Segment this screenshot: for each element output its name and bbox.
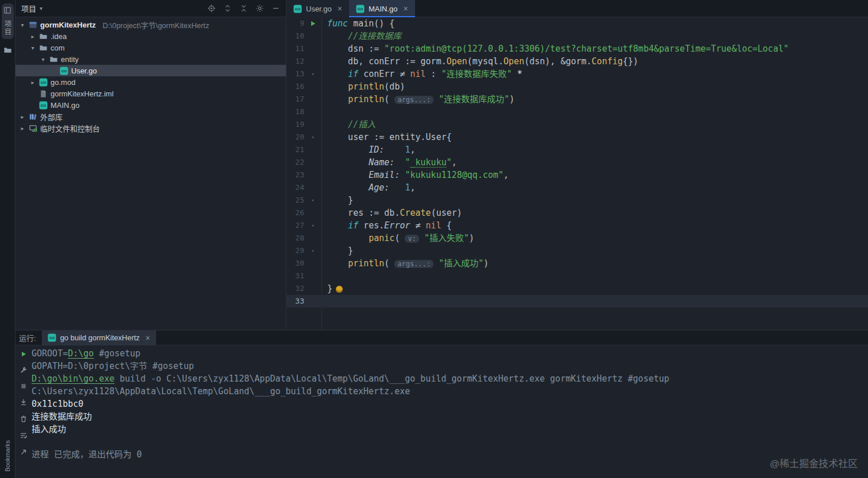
- tree-item-label: .idea: [51, 32, 67, 41]
- code-segment: Open: [503, 56, 524, 67]
- editor-tab[interactable]: GOMAIN.go×: [349, 0, 415, 17]
- code-segment: res := db.: [327, 208, 400, 218]
- code-line: 22 Name: "_kukuku",: [286, 156, 868, 169]
- locate-icon[interactable]: [207, 4, 216, 13]
- code-segment: println: [348, 258, 384, 269]
- chevron-down-icon[interactable]: ▾: [29, 45, 36, 51]
- project-panel-title[interactable]: 项目 ▾: [21, 3, 42, 14]
- code-line: 18: [286, 106, 868, 118]
- svg-text:GO: GO: [41, 103, 46, 107]
- code-segment: [327, 233, 369, 243]
- folder-icon: [39, 32, 48, 41]
- console-line: C:\Users\zyx1128\AppData\Local\Temp\GoLa…: [32, 385, 868, 398]
- fold-chevron-icon[interactable]: ▾: [304, 194, 321, 207]
- gutter-spacer: [304, 232, 321, 244]
- close-icon[interactable]: ×: [145, 334, 150, 342]
- code-segment: [433, 94, 439, 104]
- code-segment: ": [447, 157, 452, 168]
- project-tree-panel: ▾gormKitexHertzD:\0project\字节\gormKitexH…: [16, 17, 286, 330]
- svg-text:GO: GO: [49, 336, 55, 340]
- pin-tab-button[interactable]: [20, 448, 28, 456]
- fold-chevron-icon[interactable]: ▾: [304, 68, 321, 80]
- code-segment: }: [327, 246, 353, 256]
- intention-bulb-icon[interactable]: [336, 286, 343, 293]
- fold-chevron-icon[interactable]: ▾: [304, 244, 321, 257]
- code-text: dsn := "root:admin@tcp(127.0.0.1:3306)/t…: [321, 42, 789, 55]
- run-line-button[interactable]: [304, 17, 321, 30]
- code-segment: Email:: [369, 170, 400, 180]
- toolwindow-tab-project-label: 项目: [3, 20, 13, 36]
- chevron-right-icon[interactable]: ▸: [29, 79, 36, 86]
- code-segment: user := entity.User{: [327, 132, 452, 142]
- code-segment: panic: [369, 233, 394, 243]
- tree-item[interactable]: ▾gormKitexHertzD:\0project\字节\gormKitexH…: [16, 19, 286, 30]
- code-line: 30 println( args...: "插入成功"): [286, 257, 868, 270]
- tree-item[interactable]: GOUser.go: [16, 65, 286, 76]
- chevron-down-icon[interactable]: ▾: [19, 22, 26, 28]
- code-line: 33: [286, 295, 868, 308]
- close-icon[interactable]: ×: [338, 5, 342, 13]
- gutter-spacer: [304, 257, 321, 270]
- chevron-right-icon[interactable]: ▸: [19, 125, 26, 131]
- gutter-spacer: [304, 80, 321, 93]
- svg-text:GO: GO: [61, 69, 67, 73]
- code-segment: "插入成功": [439, 258, 483, 269]
- fold-chevron-icon[interactable]: ▾: [304, 131, 321, 143]
- code-segment: func: [327, 18, 348, 29]
- run-tab-label: go build gormKitexHertz: [60, 333, 140, 342]
- toolwindow-tab-bookmarks[interactable]: Bookmarks: [3, 437, 12, 475]
- code-segment: Name:: [369, 157, 394, 168]
- scroll-to-end-button[interactable]: [20, 398, 28, 406]
- console-link[interactable]: D:\go\bin\go.exe: [32, 374, 115, 384]
- tree-item-label: 临时文件和控制台: [40, 123, 100, 134]
- line-number: 30: [286, 257, 304, 270]
- collapse-all-icon[interactable]: [239, 4, 248, 13]
- strip-top-group: 项目: [2, 3, 14, 57]
- expand-all-icon[interactable]: [223, 4, 232, 13]
- gutter-spacer: [304, 106, 321, 118]
- code-segment: ): [469, 233, 474, 243]
- toolwindow-tab-project[interactable]: 项目: [2, 3, 14, 39]
- chevron-right-icon[interactable]: ▸: [19, 114, 26, 120]
- clear-output-button[interactable]: [20, 415, 28, 423]
- tree-item[interactable]: ▸临时文件和控制台: [16, 122, 286, 134]
- stop-button[interactable]: [20, 383, 27, 390]
- code-segment: conErr ≠: [358, 69, 410, 79]
- tree-item[interactable]: GOMAIN.go: [16, 99, 286, 111]
- console-text: C:\Users\zyx1128\AppData\Local\Temp\GoLa…: [32, 386, 410, 397]
- folder-icon[interactable]: [3, 46, 12, 57]
- code-line: 12 db, conErr := gorm.Open(mysql.Open(ds…: [286, 55, 868, 68]
- tree-item[interactable]: ▸GOgo.mod: [16, 76, 286, 88]
- code-editor[interactable]: 9func main() {10 //连接数据库11 dsn := "root:…: [286, 17, 868, 330]
- editor-tab[interactable]: GOUser.go×: [286, 0, 349, 17]
- tree-item[interactable]: gormKitexHertz.iml: [16, 88, 286, 99]
- soft-wrap-button[interactable]: [20, 432, 28, 440]
- fold-chevron-icon[interactable]: ▾: [304, 219, 321, 232]
- chevron-right-icon[interactable]: ▸: [29, 33, 36, 40]
- console-line: 连接数据库成功: [32, 410, 868, 423]
- run-tab[interactable]: GO go build gormKitexHertz ×: [42, 331, 156, 345]
- settings-icon[interactable]: [255, 4, 264, 13]
- gutter-spacer: [304, 282, 321, 295]
- svg-text:GO: GO: [295, 7, 301, 11]
- code-segment: ): [483, 258, 489, 269]
- console-line: GOPATH=D:\0project\字节 #gosetup: [32, 360, 868, 372]
- tree-item[interactable]: ▸外部库: [16, 111, 286, 122]
- code-text: Name: "_kukuku",: [321, 156, 457, 169]
- line-number: 20: [286, 131, 304, 143]
- edit-configuration-button[interactable]: [20, 366, 28, 374]
- rerun-button[interactable]: [20, 351, 27, 357]
- code-text: Email: "kukuku1128@qq.com",: [321, 169, 509, 181]
- chevron-down-icon[interactable]: ▾: [40, 56, 46, 63]
- hide-panel-icon[interactable]: [272, 4, 280, 13]
- tree-item[interactable]: ▾com: [16, 42, 286, 53]
- console-link[interactable]: D:\go: [68, 348, 94, 359]
- console-output[interactable]: GOROOT=D:\go #gosetupGOPATH=D:\0project\…: [32, 346, 868, 478]
- editor-tab-label: MAIN.go: [369, 5, 398, 13]
- code-segment: (: [384, 94, 394, 104]
- tree-item[interactable]: ▸.idea: [16, 30, 286, 42]
- tree-item[interactable]: ▾entity: [16, 53, 286, 65]
- code-segment: _kukuku: [410, 157, 447, 168]
- code-line: 17 println( args...: "连接数据库成功"): [286, 93, 868, 106]
- close-icon[interactable]: ×: [404, 5, 408, 13]
